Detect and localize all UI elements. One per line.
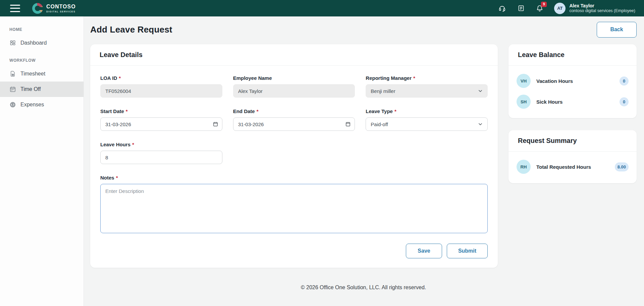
sick-hours-avatar: SH: [517, 95, 531, 109]
required-marker: *: [394, 108, 396, 114]
sidebar-item-expenses[interactable]: Expenses: [0, 97, 84, 112]
brand-logo: CONTOSO DIGITAL SERVICES: [32, 3, 76, 14]
required-marker: *: [132, 142, 134, 147]
leave-balance-row-sick: SH Sick Hours 0: [517, 91, 629, 112]
sidebar-item-label: Timesheet: [20, 71, 45, 77]
sidebar-section-workflow: WORKFLOW: [0, 55, 84, 66]
employee-name-label: Employee Name: [233, 75, 272, 81]
required-marker: *: [116, 175, 118, 181]
sidebar-item-label: Dashboard: [20, 40, 47, 46]
notification-count-badge: 9: [541, 2, 547, 7]
field-leave-type: Leave Type* Paid-off: [366, 108, 488, 131]
notes-label: Notes: [100, 175, 114, 181]
leave-details-card: Leave Details LOA ID* Employee Name Repo…: [90, 44, 498, 268]
brand-tagline: DIGITAL SERVICES: [46, 10, 76, 13]
request-summary-card: Request Summary RH Total Requested Hours…: [508, 130, 637, 183]
field-employee-name: Employee Name: [233, 75, 355, 98]
leave-hours-label: Leave Hours: [100, 142, 130, 147]
request-summary-title: Request Summary: [508, 130, 637, 152]
notes-document-icon[interactable]: [517, 4, 525, 13]
support-headset-icon[interactable]: [498, 4, 506, 13]
vacation-hours-avatar: VH: [517, 74, 531, 88]
sidebar: HOME Dashboard WORKFLOW Timesheet Time O…: [0, 16, 84, 306]
notes-textarea[interactable]: [100, 184, 488, 233]
field-leave-hours: Leave Hours*: [100, 142, 222, 164]
required-marker: *: [126, 108, 128, 114]
sidebar-section-home: HOME: [0, 24, 84, 35]
required-marker: *: [119, 75, 121, 81]
hamburger-menu-icon[interactable]: [10, 5, 20, 12]
contoso-logo-icon: [32, 3, 43, 14]
notifications-bell-icon[interactable]: 9: [535, 4, 544, 13]
requested-hours-label: Total Requested Hours: [536, 164, 591, 170]
sick-hours-value-badge: 0: [620, 97, 629, 106]
brand-name: CONTOSO: [46, 4, 76, 9]
top-bar: CONTOSO DIGITAL SERVICES 9 AT Alex Taylo…: [0, 0, 644, 16]
reporting-manager-label: Reporting Manager: [366, 75, 412, 81]
requested-hours-avatar: RH: [517, 160, 531, 174]
sidebar-item-time-off[interactable]: Time Off: [0, 82, 84, 97]
leave-balance-row-vacation: VH Vacation Hours 0: [517, 70, 629, 91]
user-name: Alex Taylor: [569, 3, 635, 8]
leave-type-select[interactable]: Paid-off: [366, 117, 488, 131]
user-menu[interactable]: AT Alex Taylor contoso digital services …: [554, 3, 635, 14]
field-loa-id: LOA ID*: [100, 75, 222, 98]
main-content: Add Leave Request Back Leave Details LOA…: [84, 16, 644, 306]
sidebar-item-dashboard[interactable]: Dashboard: [0, 35, 84, 51]
calendar-icon: [9, 86, 16, 93]
dollar-coin-icon: [9, 101, 16, 108]
leave-balance-title: Leave Balance: [508, 44, 637, 66]
start-date-input[interactable]: [100, 117, 222, 131]
user-avatar[interactable]: AT: [554, 3, 566, 14]
field-reporting-manager: Reporting Manager* Benji miller: [366, 75, 488, 98]
end-date-input[interactable]: [233, 117, 355, 131]
loa-id-input[interactable]: [100, 84, 222, 98]
loa-id-label: LOA ID: [100, 75, 117, 81]
vacation-hours-label: Vacation Hours: [536, 78, 573, 84]
field-end-date: End Date*: [233, 108, 355, 131]
leave-hours-input[interactable]: [100, 151, 222, 164]
sidebar-item-label: Time Off: [20, 86, 41, 92]
back-button[interactable]: Back: [597, 22, 637, 38]
sick-hours-label: Sick Hours: [536, 99, 562, 105]
sidebar-item-label: Expenses: [20, 102, 44, 108]
leave-details-title: Leave Details: [90, 44, 498, 66]
field-start-date: Start Date*: [100, 108, 222, 131]
end-date-label: End Date: [233, 108, 255, 114]
save-button[interactable]: Save: [406, 244, 442, 258]
requested-hours-value-badge: 8.00: [615, 162, 629, 171]
submit-button[interactable]: Submit: [447, 244, 488, 258]
copyright-footer: © 2026 Office One Solution, LLC. All rig…: [90, 285, 637, 291]
vacation-hours-value-badge: 0: [620, 76, 629, 86]
required-marker: *: [257, 108, 259, 114]
sidebar-item-timesheet[interactable]: Timesheet: [0, 66, 84, 82]
page-title: Add Leave Request: [90, 24, 172, 35]
leave-balance-card: Leave Balance VH Vacation Hours 0 SH Sic…: [508, 44, 637, 118]
field-notes: Notes*: [100, 175, 488, 235]
request-summary-row-total: RH Total Requested Hours 8.00: [517, 156, 629, 177]
dashboard-grid-icon: [9, 40, 16, 46]
leave-type-label: Leave Type: [366, 108, 393, 114]
start-date-label: Start Date: [100, 108, 124, 114]
employee-name-input[interactable]: [233, 84, 355, 98]
user-org: contoso digital services (Employee): [569, 8, 635, 13]
timesheet-document-icon: [9, 70, 16, 77]
required-marker: *: [413, 75, 415, 81]
reporting-manager-select[interactable]: Benji miller: [366, 84, 488, 98]
